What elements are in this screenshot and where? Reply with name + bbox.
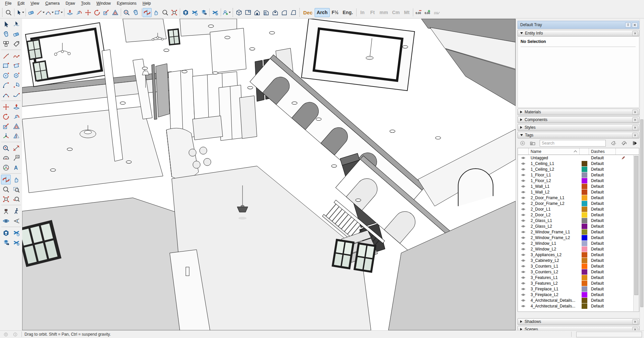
tag-name[interactable]: 3_Features_L1: [529, 275, 580, 280]
pie-tool[interactable]: [11, 80, 21, 90]
manage-tags-button[interactable]: [621, 139, 628, 147]
tag-dashes[interactable]: Default: [589, 173, 616, 177]
tag-row[interactable]: 3_Counters_L1Default: [518, 263, 639, 269]
section-materials[interactable]: Materials: [518, 109, 639, 115]
geolocation-button[interactable]: [2, 331, 9, 337]
tag-dashes[interactable]: Default: [589, 281, 616, 286]
zoom-window-tool[interactable]: [11, 184, 21, 194]
view-top-button[interactable]: [244, 8, 253, 17]
tag-dashes[interactable]: Default: [589, 247, 616, 251]
tag-row[interactable]: 1_Ceiling_L1Default: [518, 161, 639, 166]
unit-mm-button[interactable]: mm: [378, 8, 390, 17]
line-button[interactable]: [36, 8, 45, 17]
zoom-tool[interactable]: [1, 184, 11, 194]
tag-dashes[interactable]: Default: [589, 275, 616, 280]
tag-visibility-toggle[interactable]: [518, 241, 529, 246]
tag-name[interactable]: 3_Features_L2: [529, 281, 580, 286]
tag-row[interactable]: 2_Door_Frame_L2Default: [518, 201, 639, 206]
extension-manager-button[interactable]: [211, 8, 220, 17]
tag-visibility-toggle[interactable]: [518, 190, 529, 194]
add-tag-button[interactable]: [519, 139, 526, 147]
decrease-precision-button[interactable]: 0.00: [414, 8, 423, 17]
view-iso-button[interactable]: [234, 8, 244, 17]
tag-color-swatch[interactable]: [582, 258, 587, 263]
tag-dashes[interactable]: Default: [589, 241, 616, 246]
section-styles[interactable]: Styles: [518, 124, 639, 131]
tag-color-swatch[interactable]: [582, 264, 587, 269]
three-point-arc-tool[interactable]: [11, 90, 21, 100]
tag-name[interactable]: 2_Door_L1: [529, 207, 580, 212]
purge-tags-button[interactable]: [610, 139, 617, 147]
tag-dashes[interactable]: Default: [589, 218, 616, 223]
menu-view[interactable]: View: [28, 0, 42, 6]
tag-name[interactable]: 2_Window_Frame_L2: [529, 235, 580, 240]
tag-color-swatch[interactable]: [582, 212, 587, 218]
tag-visibility-toggle[interactable]: [518, 304, 529, 308]
3d-viewport[interactable]: [22, 19, 516, 330]
tag-name[interactable]: 1_Wall_L2: [529, 190, 580, 194]
tag-dashes[interactable]: Default: [589, 230, 616, 234]
tag-visibility-toggle[interactable]: [518, 156, 529, 160]
dashes-column-header[interactable]: Dashes: [589, 148, 616, 155]
units-format-button[interactable]: ##: [432, 8, 441, 17]
menu-camera[interactable]: Camera: [42, 0, 63, 6]
rotate-tool[interactable]: [1, 112, 11, 121]
text-tool[interactable]: A1: [11, 153, 21, 163]
3d-warehouse-button[interactable]: [181, 8, 190, 17]
paint-bucket-tool[interactable]: [1, 29, 11, 39]
tag-row[interactable]: 1_Wall_L1Default: [518, 183, 639, 189]
section-close-button[interactable]: [632, 117, 638, 122]
push-pull-button[interactable]: [65, 8, 74, 17]
arcs-button[interactable]: [45, 8, 54, 17]
eraser-tool[interactable]: [11, 29, 21, 39]
tag-dashes[interactable]: Default: [589, 264, 616, 269]
tag-visibility-toggle[interactable]: [518, 264, 529, 269]
tag-visibility-toggle[interactable]: [518, 298, 529, 303]
tag-dashes[interactable]: Default: [589, 184, 616, 189]
chevron-down-icon[interactable]: [61, 12, 63, 13]
section-close-button[interactable]: [632, 319, 638, 324]
toolbar-grip[interactable]: [232, 8, 234, 17]
pan-button[interactable]: [152, 8, 161, 17]
tag-visibility-toggle[interactable]: [518, 275, 529, 280]
section-close-button[interactable]: [632, 125, 638, 130]
name-column-header[interactable]: Name: [529, 148, 580, 155]
follow-me-tool[interactable]: [11, 112, 21, 121]
offset-button[interactable]: [111, 8, 120, 17]
tag-color-swatch[interactable]: [582, 184, 587, 189]
orbit-button[interactable]: [143, 8, 152, 17]
tag-dashes[interactable]: Default: [589, 167, 616, 172]
offset-tool[interactable]: [11, 121, 21, 131]
tag-name[interactable]: 2_Window_Frame_L1: [529, 230, 580, 234]
tag-row[interactable]: 1_Ceiling_L2Default: [518, 166, 639, 172]
tag-dashes[interactable]: Default: [589, 304, 616, 308]
color-column-header[interactable]: [580, 148, 589, 155]
trimble-connect-tool[interactable]: [11, 228, 21, 238]
tag-color-swatch[interactable]: [582, 207, 587, 212]
tag-row[interactable]: 2_Window_L1Default: [518, 240, 639, 246]
tag-color-swatch[interactable]: [582, 269, 587, 275]
tag-name[interactable]: 1_Wall_L1: [529, 184, 580, 189]
menu-extensions[interactable]: Extensions: [114, 0, 140, 6]
look-around-tool[interactable]: [1, 216, 11, 226]
zoom-extents-button[interactable]: [170, 8, 179, 17]
tag-visibility-toggle[interactable]: [518, 213, 529, 217]
toolbar-grip[interactable]: [299, 8, 301, 17]
move-button[interactable]: [84, 8, 93, 17]
pan-tool[interactable]: [11, 175, 21, 184]
tag-name[interactable]: 4_Architectural_Details...: [529, 304, 580, 308]
solid-tools-tool[interactable]: [1, 131, 11, 141]
view-plan-button[interactable]: [289, 8, 298, 17]
shapes-button[interactable]: [54, 8, 63, 17]
section-shadows[interactable]: Shadows: [518, 318, 639, 325]
tag-visibility-toggle[interactable]: [518, 161, 529, 166]
zoom-button[interactable]: [161, 8, 170, 17]
tag-visibility-toggle[interactable]: [518, 207, 529, 212]
flip-tool[interactable]: [11, 131, 21, 141]
menu-window[interactable]: Window: [94, 0, 114, 6]
tag-row[interactable]: 3_Fireplace_L1Default: [518, 286, 639, 292]
chevron-down-icon[interactable]: [43, 12, 45, 13]
tag-row[interactable]: 2_Window_Frame_L1Default: [518, 229, 639, 235]
tag-visibility-toggle[interactable]: [518, 173, 529, 177]
3d-text-tool[interactable]: A: [11, 163, 21, 172]
